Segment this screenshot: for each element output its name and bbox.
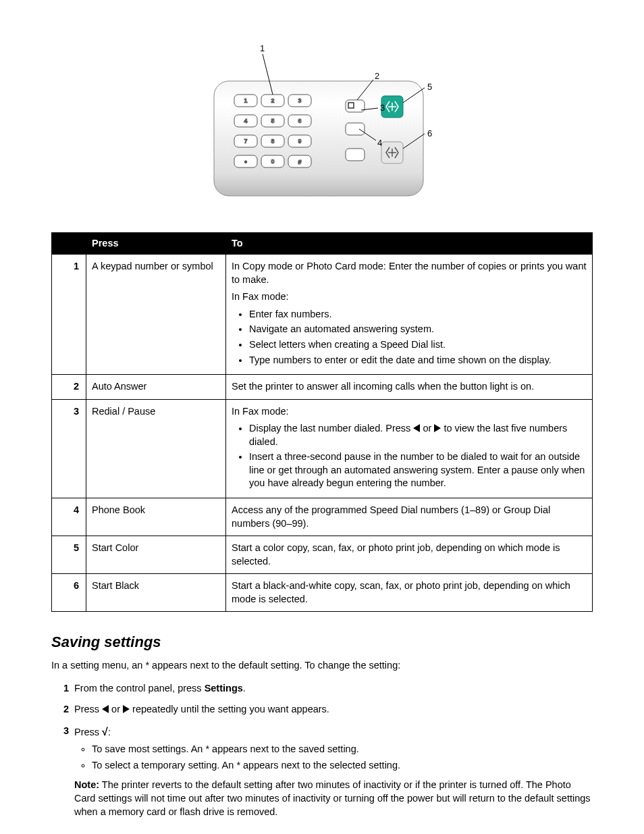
press-cell: Phone Book <box>86 498 226 536</box>
step-item: 1From the control panel, press Settings. <box>51 682 593 700</box>
row-number: 2 <box>52 375 86 400</box>
saving-settings-heading: Saving settings <box>51 632 593 652</box>
svg-text:4: 4 <box>377 138 382 148</box>
press-cell: Start Black <box>86 574 226 612</box>
left-arrow-icon <box>413 424 420 432</box>
step-item: 2Press or repeatedly until the setting y… <box>51 703 593 721</box>
saving-settings-steps: 1From the control panel, press Settings.… <box>51 682 593 819</box>
right-arrow-icon <box>123 705 130 713</box>
to-cell: Start a color copy, scan, fax, or photo … <box>226 536 593 574</box>
step-number: 1 <box>51 682 74 700</box>
row-number: 6 <box>52 574 86 612</box>
svg-rect-27 <box>346 123 365 135</box>
header-num <box>52 232 86 255</box>
svg-text:5: 5 <box>427 82 432 92</box>
svg-text:6: 6 <box>298 118 301 124</box>
press-cell: Redial / Pause <box>86 399 226 498</box>
saving-settings-intro: In a setting menu, an * appears next to … <box>51 659 593 673</box>
keypad-illustration: 1 2 3 4 5 6 7 8 9 * 0 # <box>207 41 437 209</box>
table-row: 2Auto AnswerSet the printer to answer al… <box>52 375 593 400</box>
svg-text:7: 7 <box>244 138 247 145</box>
button-reference-table: Press To 1A keypad number or symbolIn Co… <box>51 232 593 613</box>
svg-text:0: 0 <box>271 158 274 165</box>
svg-text:2: 2 <box>375 71 379 81</box>
press-cell: A keypad number or symbol <box>86 255 226 375</box>
to-cell: In Fax mode:Display the last number dial… <box>226 399 593 498</box>
check-icon: √ <box>102 726 108 737</box>
svg-text:4: 4 <box>244 118 247 124</box>
svg-rect-28 <box>346 149 365 161</box>
control-panel-diagram: 1 2 3 4 5 6 7 8 9 * 0 # <box>51 41 593 213</box>
press-cell: Auto Answer <box>86 375 226 400</box>
to-cell: Start a black-and-white copy, scan, fax,… <box>226 574 593 612</box>
step-body: Press or repeatedly until the setting yo… <box>74 703 593 721</box>
table-row: 3Redial / PauseIn Fax mode:Display the l… <box>52 399 593 498</box>
svg-text:5: 5 <box>271 118 274 124</box>
step-item: 3Press √:To save most settings. An * app… <box>51 725 593 818</box>
step-body: From the control panel, press Settings. <box>74 682 593 700</box>
row-number: 4 <box>52 498 86 536</box>
right-arrow-icon <box>434 424 441 432</box>
table-row: 6Start BlackStart a black-and-white copy… <box>52 574 593 612</box>
to-cell: Set the printer to answer all incoming c… <box>226 375 593 400</box>
table-row: 1A keypad number or symbolIn Copy mode o… <box>52 255 593 375</box>
left-arrow-icon <box>102 705 109 713</box>
svg-text:8: 8 <box>271 138 274 145</box>
svg-text:*: * <box>244 159 247 166</box>
svg-text:#: # <box>298 159 301 165</box>
header-to: To <box>226 232 593 255</box>
header-press: Press <box>86 232 226 255</box>
step-number: 3 <box>51 725 74 818</box>
svg-text:3: 3 <box>298 97 301 104</box>
press-cell: Start Color <box>86 536 226 574</box>
to-cell: In Copy mode or Photo Card mode: Enter t… <box>226 255 593 375</box>
row-number: 5 <box>52 536 86 574</box>
row-number: 1 <box>52 255 86 375</box>
table-row: 4Phone BookAccess any of the programmed … <box>52 498 593 536</box>
row-number: 3 <box>52 399 86 498</box>
svg-text:2: 2 <box>271 97 274 104</box>
step-number: 2 <box>51 703 74 721</box>
svg-text:1: 1 <box>260 43 265 53</box>
svg-text:9: 9 <box>298 138 301 145</box>
svg-text:3: 3 <box>380 103 385 113</box>
step-body: Press √:To save most settings. An * appe… <box>74 725 593 818</box>
table-row: 5Start ColorStart a color copy, scan, fa… <box>52 536 593 574</box>
svg-text:1: 1 <box>244 97 247 104</box>
to-cell: Access any of the programmed Speed Dial … <box>226 498 593 536</box>
svg-text:6: 6 <box>427 128 432 138</box>
